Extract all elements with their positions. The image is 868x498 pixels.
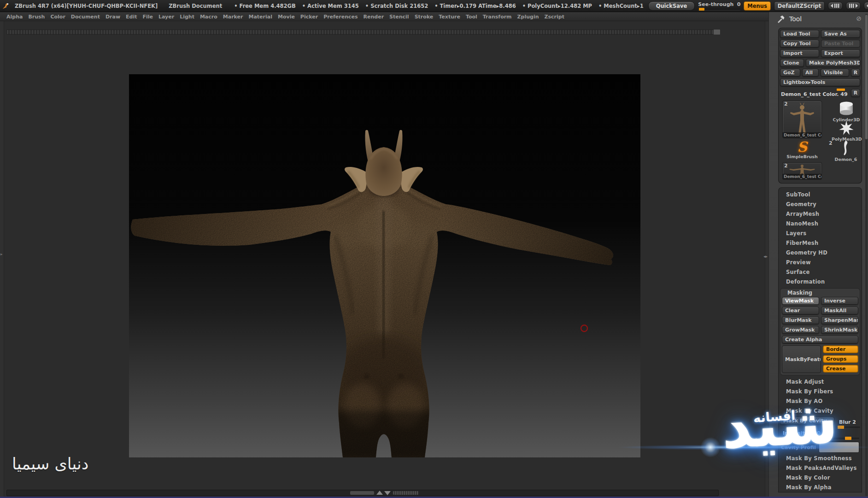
cavity-blur-slider[interactable]: Blur 2 — [837, 417, 860, 428]
mask-by-cavity-button[interactable]: Mask By Cavity — [780, 417, 834, 425]
menu-item-draw[interactable]: Draw — [106, 14, 120, 20]
left-tray-edge[interactable]: ▸ — [0, 21, 4, 498]
top-tray-handle[interactable] — [713, 29, 721, 35]
menu-item-color[interactable]: Color — [50, 14, 65, 20]
menu-item-movie[interactable]: Movie — [278, 14, 295, 20]
library-item-simplebrush[interactable]: S SimpleBrush — [784, 140, 821, 159]
section-mask-by-color[interactable]: Mask By Color — [778, 473, 862, 483]
scroll-down-icon[interactable] — [384, 491, 391, 495]
library-item-polymesh3d[interactable]: PolyMesh3D — [832, 121, 861, 142]
section-mask-adjust[interactable]: Mask Adjust — [778, 377, 862, 387]
section-arraymesh[interactable]: ArrayMesh — [778, 209, 862, 219]
section-nanomesh[interactable]: NanoMesh — [778, 219, 862, 229]
menu-item-marker[interactable]: Marker — [223, 14, 243, 20]
sculpt-viewport[interactable] — [129, 74, 640, 457]
bottom-scrollbar[interactable] — [6, 490, 719, 496]
scroll-up-icon[interactable] — [376, 491, 383, 495]
section-mask-by-cavity[interactable]: Mask By Cavity — [778, 406, 862, 416]
collapse-left-tray-icon[interactable] — [828, 2, 843, 10]
menu-item-macro[interactable]: Macro — [200, 14, 217, 20]
blurmask-button[interactable]: BlurMask — [782, 316, 819, 324]
cavity-intensity-handle[interactable] — [845, 437, 851, 440]
section-preview[interactable]: Preview — [778, 258, 862, 267]
menu-item-transform[interactable]: Transform — [483, 14, 512, 20]
menu-item-layer[interactable]: Layer — [158, 14, 174, 20]
section-subtool[interactable]: SubTool — [778, 190, 862, 200]
scrollbar-arrows[interactable] — [376, 491, 391, 495]
menu-item-zplugin[interactable]: Zplugin — [517, 14, 539, 20]
menu-item-preferences[interactable]: Preferences — [323, 14, 358, 20]
collapse-right-tray-icon[interactable] — [846, 2, 861, 10]
scrollbar-thumb[interactable] — [350, 491, 374, 495]
right-tray-divider[interactable]: ◂▸ — [765, 21, 768, 498]
right-tray-chevron-icon[interactable]: ◂▸ — [763, 254, 768, 259]
goz-r-button[interactable]: R — [851, 69, 860, 77]
menu-item-stencil[interactable]: Stencil — [389, 14, 409, 20]
top-tray-divider[interactable] — [6, 30, 717, 35]
menu-item-brush[interactable]: Brush — [28, 14, 45, 20]
see-through-handle[interactable] — [699, 8, 704, 11]
crease-button[interactable]: Crease — [823, 365, 858, 373]
library-item-cylinder3d[interactable]: Cylinder3D — [832, 101, 861, 122]
section-layers[interactable]: Layers — [778, 229, 862, 238]
visible-button[interactable]: Visible — [821, 69, 849, 77]
menu-item-light[interactable]: Light — [180, 14, 194, 20]
border-button[interactable]: Border — [823, 345, 858, 353]
import-button[interactable]: Import — [780, 49, 819, 57]
lightbox-tools-button[interactable]: Lightbox▸Tools — [780, 78, 860, 86]
section-mask-by-fibers[interactable]: Mask By Fibers — [778, 387, 862, 397]
menu-item-material[interactable]: Material — [248, 14, 272, 20]
section-fibermesh[interactable]: FiberMesh — [778, 238, 862, 248]
make-polymesh3d-button[interactable]: Make PolyMesh3D — [806, 59, 860, 67]
save-as-button[interactable]: Save As — [821, 30, 860, 38]
active-tool-thumbnail[interactable]: 2 Demon_6_test Co — [782, 101, 822, 138]
menu-item-document[interactable]: Document — [71, 14, 100, 20]
cavity-intensity-slider[interactable]: Intensity 100 — [780, 430, 860, 439]
menu-item-render[interactable]: Render — [364, 14, 384, 20]
see-through-track[interactable] — [698, 8, 740, 10]
active-tool-slider[interactable]: Demon_6_test Color. 49 — [780, 89, 849, 98]
maskall-button[interactable]: MaskAll — [821, 307, 858, 314]
menu-item-file[interactable]: File — [142, 14, 153, 20]
viewmask-button[interactable]: ViewMask — [782, 297, 819, 305]
section-surface[interactable]: Surface — [778, 267, 862, 277]
section-mask-peaks-and-valleys[interactable]: Mask PeaksAndValleys — [778, 463, 862, 473]
left-tray-chevron-icon[interactable]: ▸ — [0, 252, 3, 256]
all-button[interactable]: All — [802, 69, 819, 77]
menus-button[interactable]: Menus — [744, 1, 770, 11]
recent-tool-thumbnail[interactable]: 2 Demon_6_test Co — [782, 162, 822, 180]
section-mask-by-smoothness[interactable]: Mask By Smoothness — [778, 454, 862, 463]
section-masking[interactable]: Masking — [782, 289, 858, 297]
create-alpha-button[interactable]: Create Alpha — [782, 336, 858, 344]
palette-scrollbar-thumb[interactable] — [865, 15, 868, 139]
menu-item-texture[interactable]: Texture — [439, 14, 460, 20]
inverse-button[interactable]: Inverse — [821, 297, 858, 305]
cavity-profile-curve[interactable] — [819, 442, 859, 453]
menu-item-picker[interactable]: Picker — [300, 14, 318, 20]
mask-by-feature-button[interactable]: MaskByFeatur — [782, 345, 821, 373]
section-mask-by-alpha[interactable]: Mask By Alpha — [778, 483, 862, 492]
see-through-slider[interactable]: See-through 0 — [698, 1, 740, 10]
shrinkmask-button[interactable]: ShrinkMask — [821, 326, 858, 334]
section-geometry-hd[interactable]: Geometry HD — [778, 248, 862, 258]
section-mask-by-ao[interactable]: Mask By AO — [778, 397, 862, 406]
growmask-button[interactable]: GrowMask — [782, 326, 819, 334]
menu-item-edit[interactable]: Edit — [126, 14, 137, 20]
section-deformation[interactable]: Deformation — [778, 277, 862, 287]
groups-button[interactable]: Groups — [823, 355, 858, 363]
menu-item-stroke[interactable]: Stroke — [415, 14, 434, 20]
palette-scrollbar[interactable] — [865, 14, 868, 496]
menu-item-tool[interactable]: Tool — [466, 14, 477, 20]
export-button[interactable]: Export — [821, 49, 860, 57]
library-item-demon6[interactable]: 2 Demon_6 — [830, 140, 862, 162]
quicksave-button[interactable]: QuickSave — [648, 1, 695, 11]
default-zscript-button[interactable]: DefaultZScript — [774, 1, 825, 11]
tool-r-button[interactable]: R — [851, 89, 860, 97]
cavity-blur-handle[interactable] — [838, 426, 844, 429]
section-geometry[interactable]: Geometry — [778, 200, 862, 209]
load-tool-button[interactable]: Load Tool — [780, 30, 819, 38]
cavity-intensity-track[interactable] — [781, 438, 859, 439]
cavity-blur-track[interactable] — [837, 427, 860, 428]
scrollbar-grip[interactable] — [393, 491, 419, 495]
clear-mask-button[interactable]: Clear — [782, 307, 819, 314]
